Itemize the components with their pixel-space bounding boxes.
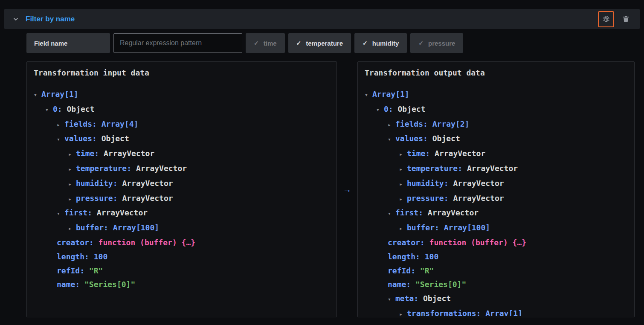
expanded-toggle-icon[interactable]: ▾ [388, 207, 395, 221]
expanded-toggle-icon[interactable]: ▾ [57, 207, 64, 221]
json-value: Object [67, 104, 95, 113]
json-tree-row[interactable]: ▸fields: Array[2] [358, 117, 631, 132]
json-value: Object [102, 134, 129, 143]
json-tree-row[interactable]: ▸buffer: Array[100] [358, 221, 631, 236]
json-tree-row[interactable]: ▸transformations: Array[1] [358, 307, 631, 316]
collapsed-toggle-icon[interactable]: ▸ [399, 192, 407, 206]
json-value: ArrayVector [136, 164, 187, 173]
json-key: 0: [384, 104, 398, 113]
field-chip-pressure[interactable]: ✓pressure [410, 33, 463, 53]
json-value: ArrayVector [467, 164, 518, 173]
json-value: "Series[0]" [415, 280, 466, 289]
collapsed-toggle-icon[interactable]: ▸ [68, 177, 76, 192]
json-tree-row[interactable]: ▾first: ArrayVector [27, 206, 333, 221]
json-key: first: [64, 208, 97, 217]
collapsed-toggle-icon[interactable]: ▸ [68, 148, 76, 162]
json-value: ArrayVector [97, 208, 148, 217]
json-value: Array[1] [485, 309, 522, 316]
json-tree-row: name: "Series[0]" [358, 278, 631, 292]
json-value: "Series[0]" [84, 280, 135, 289]
field-name-label: Field name [26, 33, 110, 53]
json-key: creator: [57, 238, 99, 247]
json-key: time: [407, 149, 435, 158]
json-value: Array[4] [102, 119, 139, 128]
json-tree-row: refId: "R" [27, 264, 333, 278]
collapsed-toggle-icon[interactable]: ▸ [68, 222, 76, 236]
field-chip-list: ✓time✓temperature✓humidity✓pressure [246, 33, 463, 53]
collapsed-toggle-icon[interactable]: ▸ [388, 118, 395, 132]
json-tree-row[interactable]: ▾0: Object [358, 102, 631, 117]
json-key: pressure: [407, 194, 453, 203]
json-key: buffer: [76, 223, 113, 232]
transform-title[interactable]: Filter by name [26, 15, 75, 23]
expanded-toggle-icon[interactable]: ▾ [34, 88, 41, 102]
json-tree-row[interactable]: ▸time: ArrayVector [27, 147, 333, 162]
json-key: time: [76, 149, 104, 158]
expanded-toggle-icon[interactable]: ▾ [388, 293, 395, 307]
input-json-tree[interactable]: ▾Array[1]▾0: Object▸fields: Array[4]▾val… [27, 83, 337, 316]
json-tree-row[interactable]: ▾values: Object [27, 132, 333, 147]
output-json-tree[interactable]: ▾Array[1]▾0: Object▸fields: Array[2]▾val… [358, 83, 634, 316]
collapsed-toggle-icon[interactable]: ▸ [68, 192, 76, 206]
json-value: Object [423, 294, 451, 303]
trash-icon [622, 15, 629, 23]
json-tree-row[interactable]: ▾first: ArrayVector [358, 206, 631, 221]
json-tree-row[interactable]: ▸buffer: Array[100] [27, 221, 333, 236]
regex-pattern-input[interactable] [113, 33, 242, 53]
json-key: Array[1] [41, 90, 78, 99]
json-tree-row: length: 100 [27, 250, 333, 264]
field-chip-time[interactable]: ✓time [246, 33, 285, 53]
collapsed-toggle-icon[interactable]: ▸ [68, 162, 76, 177]
json-key: length: [57, 252, 94, 261]
collapsed-toggle-icon[interactable]: ▸ [399, 222, 407, 236]
expanded-toggle-icon[interactable]: ▾ [388, 133, 395, 147]
json-tree-row[interactable]: ▾0: Object [27, 102, 333, 117]
json-tree-row[interactable]: ▸humidity: ArrayVector [358, 177, 631, 192]
json-tree-row[interactable]: ▸fields: Array[4] [27, 117, 333, 132]
json-value: 100 [425, 252, 439, 261]
field-chip-humidity[interactable]: ✓humidity [354, 33, 407, 53]
json-key: creator: [388, 238, 429, 247]
json-tree-row[interactable]: ▾Array[1] [27, 87, 333, 102]
json-key: Array[1] [372, 90, 409, 99]
collapsed-toggle-icon[interactable]: ▸ [399, 177, 407, 192]
bug-icon [602, 15, 610, 23]
header-actions [598, 11, 634, 27]
arrow-right-icon: → [337, 61, 357, 317]
expanded-toggle-icon[interactable]: ▾ [365, 88, 372, 102]
json-tree-row[interactable]: ▸temperature: ArrayVector [358, 162, 631, 177]
json-tree-row: name: "Series[0]" [27, 278, 333, 292]
json-key: refId: [388, 266, 420, 275]
field-chip-temperature[interactable]: ✓temperature [288, 33, 351, 53]
expanded-toggle-icon[interactable]: ▾ [45, 103, 53, 117]
collapsed-toggle-icon[interactable]: ▸ [399, 148, 407, 162]
json-tree-row[interactable]: ▸pressure: ArrayVector [358, 192, 631, 206]
json-tree-row[interactable]: ▸time: ArrayVector [358, 147, 631, 162]
expanded-toggle-icon[interactable]: ▾ [376, 103, 384, 117]
debug-panels: Transformation input data ▾Array[1]▾0: O… [26, 61, 635, 317]
field-chip-label: temperature [306, 40, 343, 47]
json-tree-row: length: 100 [358, 250, 631, 264]
json-value: Array[100] [444, 223, 490, 232]
json-tree-row[interactable]: ▾values: Object [358, 132, 631, 147]
check-icon: ✓ [363, 40, 368, 46]
delete-transform-button[interactable] [618, 11, 634, 27]
json-tree-row[interactable]: ▾Array[1] [358, 87, 631, 102]
collapsed-toggle-icon[interactable]: ▸ [57, 118, 64, 132]
json-tree-row[interactable]: ▸pressure: ArrayVector [27, 192, 333, 206]
output-data-panel: Transformation output data ▾Array[1]▾0: … [357, 61, 635, 317]
field-chip-label: humidity [372, 40, 399, 47]
json-tree-row[interactable]: ▸temperature: ArrayVector [27, 162, 333, 177]
json-tree-row[interactable]: ▾meta: Object [358, 292, 631, 307]
json-tree-row[interactable]: ▸humidity: ArrayVector [27, 177, 333, 192]
collapsed-toggle-icon[interactable]: ▸ [399, 162, 407, 177]
field-chip-label: pressure [428, 40, 455, 47]
debug-button[interactable] [598, 11, 614, 27]
expanded-toggle-icon[interactable]: ▾ [57, 133, 64, 147]
collapsed-toggle-icon[interactable]: ▸ [399, 308, 407, 316]
json-key: transformations: [407, 309, 485, 316]
input-data-panel: Transformation input data ▾Array[1]▾0: O… [26, 61, 337, 317]
chevron-down-icon[interactable] [13, 16, 19, 22]
transform-header-bar: Filter by name [4, 9, 640, 29]
filter-controls: Field name ✓time✓temperature✓humidity✓pr… [26, 33, 635, 53]
